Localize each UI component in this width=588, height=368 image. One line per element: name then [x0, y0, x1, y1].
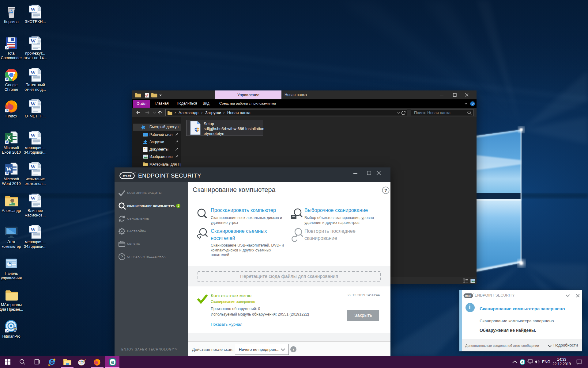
svg-text:eset: eset [123, 174, 131, 178]
svg-text:X: X [7, 134, 11, 141]
svg-text:eset: eset [465, 294, 472, 297]
svg-text:?: ? [472, 102, 474, 106]
svg-text:e: e [521, 360, 523, 364]
svg-text:?: ? [384, 188, 387, 193]
svg-text:?: ? [121, 255, 123, 259]
svg-text:W: W [6, 166, 12, 172]
svg-text:e: e [111, 359, 114, 365]
